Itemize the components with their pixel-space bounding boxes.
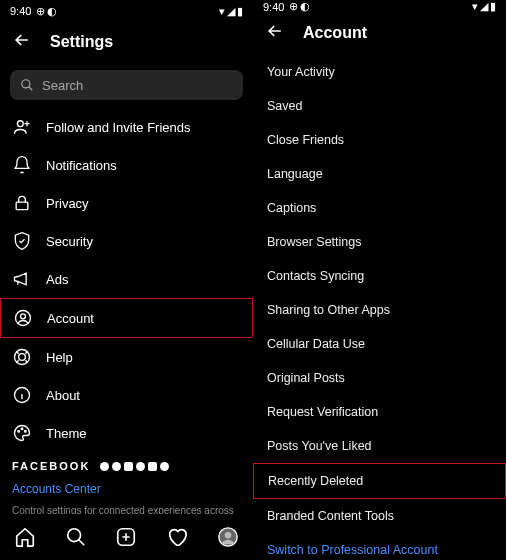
item-your-activity[interactable]: Your Activity xyxy=(253,55,506,89)
menu-label: Security xyxy=(46,234,93,249)
status-dnd-icon: ◐ xyxy=(47,5,57,18)
menu-label: Ads xyxy=(46,272,68,287)
svg-rect-2 xyxy=(16,202,28,210)
megaphone-icon xyxy=(12,269,32,289)
status-time: 9:40 xyxy=(263,1,284,13)
page-title: Account xyxy=(303,24,367,42)
account-screen: 9:40 ⊕ ◐ ▾ ◢ ▮ Account Your Activity Sav… xyxy=(253,0,506,560)
svg-point-1 xyxy=(17,121,23,127)
item-posts-liked[interactable]: Posts You've Liked xyxy=(253,429,506,463)
item-language[interactable]: Language xyxy=(253,157,506,191)
signal-icon: ◢ xyxy=(227,5,235,18)
menu-label: About xyxy=(46,388,80,403)
user-plus-icon xyxy=(12,117,32,137)
wifi-icon: ▾ xyxy=(219,5,225,18)
lock-icon xyxy=(12,193,32,213)
info-icon xyxy=(12,385,32,405)
settings-menu: Follow and Invite Friends Notifications … xyxy=(0,108,253,514)
menu-label: Privacy xyxy=(46,196,89,211)
status-bar: 9:40 ⊕ ◐ ▾ ◢ ▮ xyxy=(0,0,253,22)
page-title: Settings xyxy=(50,33,113,51)
facebook-section: FACEBOOK xyxy=(0,452,253,476)
item-original-posts[interactable]: Original Posts xyxy=(253,361,506,395)
item-branded-content[interactable]: Branded Content Tools xyxy=(253,499,506,533)
nav-home[interactable] xyxy=(11,523,39,551)
wifi-icon: ▾ xyxy=(472,0,478,13)
menu-privacy[interactable]: Privacy xyxy=(0,184,253,222)
header: Account xyxy=(253,13,506,53)
search-input[interactable]: Search xyxy=(10,70,243,100)
menu-label: Notifications xyxy=(46,158,117,173)
item-browser-settings[interactable]: Browser Settings xyxy=(253,225,506,259)
menu-account[interactable]: Account xyxy=(0,298,253,338)
item-request-verification[interactable]: Request Verification xyxy=(253,395,506,429)
menu-security[interactable]: Security xyxy=(0,222,253,260)
svg-point-0 xyxy=(22,80,30,88)
account-menu: Your Activity Saved Close Friends Langua… xyxy=(253,53,506,560)
menu-label: Theme xyxy=(46,426,86,441)
header: Settings xyxy=(0,22,253,62)
avatar-icon xyxy=(217,526,239,548)
status-time: 9:40 xyxy=(10,5,31,17)
svg-point-14 xyxy=(224,532,230,538)
item-sharing-other-apps[interactable]: Sharing to Other Apps xyxy=(253,293,506,327)
menu-about[interactable]: About xyxy=(0,376,253,414)
bottom-nav xyxy=(0,514,253,560)
svg-point-4 xyxy=(21,314,26,319)
item-cellular-data[interactable]: Cellular Data Use xyxy=(253,327,506,361)
search-icon xyxy=(65,526,87,548)
nav-new[interactable] xyxy=(112,523,140,551)
bell-icon xyxy=(12,155,32,175)
menu-label: Help xyxy=(46,350,73,365)
accounts-desc: Control settings for connected experienc… xyxy=(0,502,253,514)
svg-point-10 xyxy=(25,431,27,433)
plus-square-icon xyxy=(115,526,137,548)
status-nfc-icon: ⊕ xyxy=(286,0,298,13)
heart-icon xyxy=(166,526,188,548)
item-saved[interactable]: Saved xyxy=(253,89,506,123)
menu-theme[interactable]: Theme xyxy=(0,414,253,452)
shield-icon xyxy=(12,231,32,251)
accounts-center-link[interactable]: Accounts Center xyxy=(0,476,253,502)
status-bar: 9:40 ⊕ ◐ ▾ ◢ ▮ xyxy=(253,0,506,13)
svg-point-6 xyxy=(19,354,26,361)
battery-icon: ▮ xyxy=(490,0,496,13)
search-placeholder: Search xyxy=(42,78,83,93)
palette-icon xyxy=(12,423,32,443)
status-dnd-icon: ◐ xyxy=(300,0,310,13)
svg-point-9 xyxy=(21,428,23,430)
back-icon[interactable] xyxy=(12,30,32,54)
switch-professional-link[interactable]: Switch to Professional Account xyxy=(253,533,506,560)
nav-profile[interactable] xyxy=(214,523,242,551)
settings-screen: 9:40 ⊕ ◐ ▾ ◢ ▮ Settings Search Follow an… xyxy=(0,0,253,560)
home-icon xyxy=(14,526,36,548)
svg-point-11 xyxy=(68,529,81,542)
item-recently-deleted[interactable]: Recently Deleted xyxy=(253,463,506,499)
back-icon[interactable] xyxy=(265,21,285,45)
signal-icon: ◢ xyxy=(480,0,488,13)
item-contacts-syncing[interactable]: Contacts Syncing xyxy=(253,259,506,293)
user-circle-icon xyxy=(13,308,33,328)
svg-point-8 xyxy=(18,431,20,433)
search-icon xyxy=(20,78,34,92)
menu-label: Follow and Invite Friends xyxy=(46,120,191,135)
facebook-brand-icons xyxy=(100,462,169,471)
nav-activity[interactable] xyxy=(163,523,191,551)
lifebuoy-icon xyxy=(12,347,32,367)
menu-follow-invite[interactable]: Follow and Invite Friends xyxy=(0,108,253,146)
menu-help[interactable]: Help xyxy=(0,338,253,376)
menu-label: Account xyxy=(47,311,94,326)
item-captions[interactable]: Captions xyxy=(253,191,506,225)
nav-search[interactable] xyxy=(62,523,90,551)
menu-ads[interactable]: Ads xyxy=(0,260,253,298)
menu-notifications[interactable]: Notifications xyxy=(0,146,253,184)
item-close-friends[interactable]: Close Friends xyxy=(253,123,506,157)
battery-icon: ▮ xyxy=(237,5,243,18)
status-nfc-icon: ⊕ xyxy=(33,5,45,18)
